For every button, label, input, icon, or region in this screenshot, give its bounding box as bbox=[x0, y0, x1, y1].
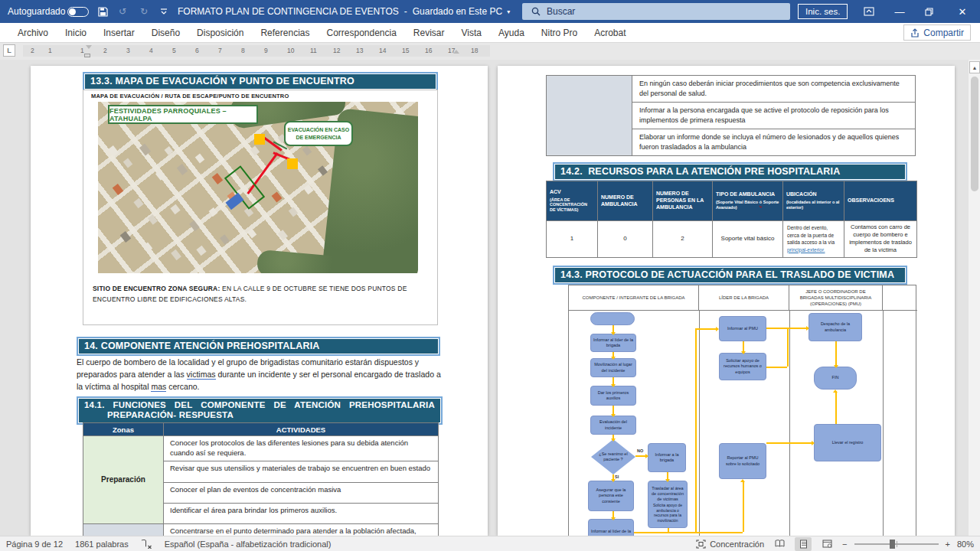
flow-node-b1: Informar al líder de la brigada bbox=[590, 334, 636, 352]
title-separator: - bbox=[404, 6, 407, 17]
zoom-slider-thumb[interactable] bbox=[890, 540, 895, 549]
sign-in-button[interactable]: Inic. ses. bbox=[798, 4, 848, 19]
evacuation-map-image[interactable]: FESTIVIDADES PARROQUIALES – ATAHUALPA EV… bbox=[98, 102, 418, 273]
heading-14-2: 14.2. RECURSOS PARA LA ATENCIÓN PRE HOSP… bbox=[553, 162, 907, 181]
ribbon-tab-inicio[interactable]: Inicio bbox=[57, 23, 95, 43]
table-cell: 0 bbox=[598, 221, 653, 258]
table-header-cell: NUMERO DE PERSONAS EN LA AMBULANCIA bbox=[653, 181, 713, 221]
zoom-out-button[interactable]: − bbox=[842, 540, 847, 549]
resources-table-grid: ACV(ÁREA DE CONCENTRACIÓN DE VÍCTIMAS)NU… bbox=[546, 181, 917, 258]
map-building bbox=[318, 165, 328, 176]
meeting-point-text: SITIO DE ENCUENTRO ZONA SEGURA: EN LA CA… bbox=[93, 283, 431, 305]
zoom-in-button[interactable]: + bbox=[946, 540, 950, 549]
scroll-up-button[interactable]: ▲ bbox=[969, 61, 980, 73]
document-title: FORMATO PLAN DE CONTINGENCIA DE EVENTOS … bbox=[178, 0, 510, 23]
share-icon bbox=[910, 28, 920, 37]
ribbon-tab-acrobat[interactable]: Acrobat bbox=[586, 23, 634, 43]
ribbon-display-options-icon[interactable] bbox=[856, 0, 882, 23]
ribbon-tab-referencias[interactable]: Referencias bbox=[252, 23, 318, 43]
ruler-number: 4 bbox=[149, 47, 153, 54]
ribbon-tab-correspondencia[interactable]: Correspondencia bbox=[318, 23, 404, 43]
map-caption: MAPA DE EVACUACIÓN / RUTA DE ESCAPE/PUNT… bbox=[91, 93, 289, 99]
left-indent-marker[interactable] bbox=[84, 54, 90, 57]
search-icon bbox=[531, 7, 541, 16]
restore-button[interactable] bbox=[916, 0, 942, 23]
flow-connector bbox=[695, 328, 697, 532]
map-building bbox=[209, 207, 218, 217]
map-building bbox=[303, 184, 313, 194]
tab-selector-icon[interactable]: L bbox=[3, 44, 15, 57]
ruler-number: 15 bbox=[402, 47, 409, 54]
paragraph-14: El cuerpo de bombero de la localidad y e… bbox=[77, 357, 447, 393]
ruler-number: 10 bbox=[287, 47, 294, 54]
chevron-down-icon: ▾ bbox=[507, 8, 510, 15]
right-indent-marker[interactable] bbox=[453, 50, 459, 54]
ruler-number: 8 bbox=[241, 47, 245, 54]
map-evacuation-callout: EVACUACIÓN EN CASO DE EMERGENCIA bbox=[284, 121, 353, 146]
focus-mode-button[interactable]: Concentración bbox=[696, 540, 764, 549]
ribbon-tab-nitro-pro[interactable]: Nitro Pro bbox=[533, 23, 586, 43]
table-cell-ubicacion: Dentro del evento, cerca de la puerta de… bbox=[783, 221, 844, 258]
activity-cell: Concentrarse en el punto determinado par… bbox=[164, 523, 439, 536]
paragraph-14-text: cercano. bbox=[166, 382, 199, 391]
read-mode-button[interactable] bbox=[771, 537, 788, 551]
heading-13-3: 13.3. MAPA DE EVACUACIÓN Y PUNTO DE ENCU… bbox=[83, 72, 438, 91]
zone-cell-respuesta bbox=[83, 523, 164, 536]
share-button[interactable]: Compartir bbox=[903, 24, 971, 41]
share-label: Compartir bbox=[923, 28, 964, 38]
autosave-toggle[interactable] bbox=[67, 7, 89, 17]
customize-quick-access-icon[interactable] bbox=[155, 0, 173, 23]
flow-arrowhead bbox=[645, 454, 648, 458]
heading-14: 14. COMPONENTE ATENCIÓN PREHOSPITALARIA bbox=[77, 337, 440, 356]
saved-location-text[interactable]: Guardado en Este PC bbox=[413, 6, 502, 17]
zoom-level[interactable]: 80% bbox=[957, 540, 974, 549]
undo-icon[interactable]: ↺ bbox=[113, 0, 132, 23]
zoom-slider[interactable] bbox=[854, 543, 939, 545]
ribbon-tab-disposición[interactable]: Disposición bbox=[188, 23, 252, 43]
map-building bbox=[165, 146, 174, 155]
language-indicator[interactable]: Español (España - alfabetización tradici… bbox=[165, 540, 332, 549]
resources-table: ACV(ÁREA DE CONCENTRACIÓN DE VÍCTIMAS)NU… bbox=[546, 181, 916, 258]
ribbon-tab-ayuda[interactable]: Ayuda bbox=[490, 23, 533, 43]
proofing-errors-icon[interactable] bbox=[141, 540, 152, 549]
focus-icon bbox=[696, 540, 706, 549]
close-button[interactable]: ✕ bbox=[949, 0, 975, 23]
functions-table: ZonasACTIVIDADESPreparaciónConocer los p… bbox=[83, 422, 438, 536]
ruler-number: 7 bbox=[218, 47, 222, 54]
flow-no-label: NO bbox=[637, 448, 643, 453]
ubicacion-link[interactable]: principal-exterior. bbox=[787, 247, 825, 253]
redo-icon[interactable]: ↻ bbox=[135, 0, 153, 23]
ribbon-tab-vista[interactable]: Vista bbox=[453, 23, 490, 43]
vertical-scrollbar[interactable]: ▲ bbox=[968, 60, 980, 536]
map-building bbox=[196, 246, 206, 256]
ribbon-tab-diseño[interactable]: Diseño bbox=[143, 23, 188, 43]
save-icon[interactable] bbox=[93, 0, 112, 23]
ruler-number: 13 bbox=[356, 47, 363, 54]
print-layout-button[interactable] bbox=[795, 537, 812, 551]
search-input[interactable]: Buscar bbox=[522, 3, 790, 20]
ribbon-tab-insertar[interactable]: Insertar bbox=[95, 23, 143, 43]
ribbon-tab-archivo[interactable]: Archivo bbox=[9, 23, 57, 43]
functions-table-grid: ZonasACTIVIDADESPreparaciónConocer los p… bbox=[83, 422, 439, 536]
ruler-number: 18 bbox=[471, 47, 478, 54]
web-layout-button[interactable] bbox=[818, 537, 835, 551]
table-cell: 2 bbox=[653, 221, 713, 258]
flow-node-b3: Dar los primeros auxilios bbox=[590, 386, 636, 406]
map-building bbox=[289, 207, 298, 217]
ribbon-tab-revisar[interactable]: Revisar bbox=[405, 23, 453, 43]
first-line-indent-marker[interactable] bbox=[86, 45, 92, 49]
page-indicator[interactable]: Página 9 de 12 bbox=[6, 540, 63, 549]
table-header-cell: NUMERO DE AMBULANCIA bbox=[598, 181, 653, 221]
flow-arrowhead bbox=[611, 384, 616, 387]
activity-cell: Conocer el plan de eventos de concentrac… bbox=[164, 482, 439, 503]
word-count[interactable]: 1861 palabras bbox=[75, 540, 129, 549]
scrollbar-thumb[interactable] bbox=[971, 77, 978, 191]
document-page-left[interactable]: 13.3. MAPA DE EVACUACIÓN Y PUNTO DE ENCU… bbox=[31, 66, 488, 536]
document-page-right[interactable]: En ningún caso deberán iniciar procedimi… bbox=[498, 66, 955, 536]
minimize-button[interactable]: — bbox=[887, 0, 913, 23]
map-building bbox=[189, 220, 200, 231]
ribbon-tabs: ArchivoInicioInsertarDiseñoDisposiciónRe… bbox=[0, 23, 980, 43]
flow-lane-header-4 bbox=[883, 285, 917, 311]
map-event-label: FESTIVIDADES PARROQUIALES – ATAHUALPA bbox=[108, 105, 258, 124]
zoom-slider-notch bbox=[897, 541, 897, 547]
